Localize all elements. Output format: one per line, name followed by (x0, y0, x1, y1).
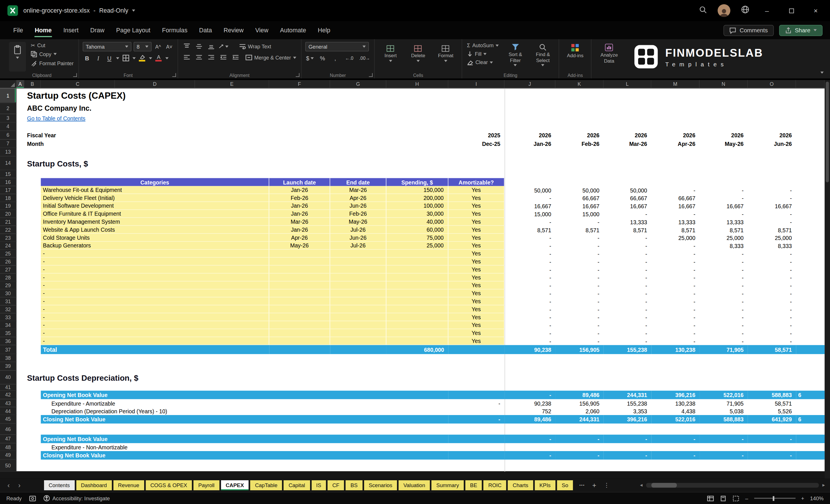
ribbon-tab[interactable]: Data (193, 22, 218, 38)
accessibility-status[interactable]: Accessibility: Investigate (43, 495, 110, 501)
sheet-tab[interactable]: Revenue (113, 480, 144, 490)
month-value-cell[interactable]: 16,667 (748, 202, 796, 210)
dep-value-cell[interactable]: - (448, 399, 505, 407)
month-value-cell[interactable]: - (505, 329, 555, 337)
month-value-cell[interactable]: - (604, 242, 651, 250)
cut-button[interactable]: ✂ Cut (30, 42, 75, 49)
dep-label-cell[interactable]: Closing Net Book Value (41, 415, 448, 423)
end-date-cell[interactable]: Jul-26 (330, 242, 386, 250)
dep-value-cell[interactable]: 522,016 (700, 391, 748, 399)
column-header[interactable]: B (24, 80, 41, 88)
chevron-down-icon[interactable] (132, 57, 135, 59)
bold-button[interactable]: B (83, 54, 92, 63)
dep-value-cell[interactable] (448, 391, 505, 399)
table-header-cell[interactable]: End date (330, 178, 386, 186)
month-value-cell[interactable]: - (700, 337, 748, 345)
ribbon-tab[interactable]: Review (218, 22, 249, 38)
align-middle-button[interactable] (194, 42, 204, 51)
month-value-cell[interactable]: - (555, 265, 604, 274)
month-value-cell[interactable]: 8,571 (555, 226, 604, 234)
launch-date-cell[interactable] (269, 321, 330, 329)
month-value[interactable]: Apr-26 (651, 139, 700, 148)
dep-value-cell[interactable]: 588,883 (700, 415, 748, 423)
month-value-cell[interactable]: - (505, 274, 555, 281)
dep-value-cell[interactable]: - (505, 435, 555, 443)
month-value-cell[interactable]: 25,000 (700, 234, 748, 242)
row-header[interactable]: 3 (0, 114, 16, 122)
month-value[interactable]: Jan-26 (505, 139, 555, 148)
end-date-cell[interactable] (330, 337, 386, 345)
month-value-cell[interactable]: 66,667 (651, 194, 700, 202)
row-header[interactable]: 21 (0, 218, 16, 226)
month-value-cell[interactable]: - (604, 305, 651, 313)
spending-cell[interactable]: 75,000 (386, 234, 448, 242)
category-cell[interactable]: Inventory Management System (41, 218, 269, 226)
month-value-cell[interactable]: 16,667 (555, 202, 604, 210)
spending-cell[interactable] (386, 329, 448, 337)
launch-date-cell[interactable]: Jan-26 (269, 202, 330, 210)
launch-date-cell[interactable] (269, 289, 330, 297)
select-all-corner[interactable] (0, 80, 16, 88)
category-cell[interactable]: Cold Storage Units (41, 234, 269, 242)
month-value-cell[interactable]: - (505, 242, 555, 250)
month-value-cell[interactable]: - (700, 250, 748, 258)
scrollbar-thumb[interactable] (826, 82, 829, 182)
launch-date-cell[interactable] (269, 258, 330, 266)
month-value-cell[interactable]: - (651, 186, 700, 194)
dialog-launcher-icon[interactable] (172, 73, 176, 77)
dep-value-cell[interactable]: - (448, 415, 505, 423)
amortizable-cell[interactable]: Yes (448, 274, 505, 281)
total-spending-cell[interactable]: 680,000 (386, 345, 448, 354)
sheet-tab[interactable]: COGS & OPEX (146, 480, 192, 490)
fiscal-year-value[interactable]: 2026 (555, 131, 604, 139)
category-cell[interactable]: - (41, 297, 269, 306)
dep-value-cell[interactable]: 89,486 (505, 415, 555, 423)
delete-cells-button[interactable]: Delete (406, 43, 430, 71)
comments-button[interactable]: Comments (724, 25, 774, 36)
column-header[interactable]: M (651, 80, 700, 88)
italic-button[interactable]: I (94, 54, 103, 63)
insert-cells-button[interactable]: Insert (378, 43, 403, 71)
fill-color-button[interactable] (137, 54, 147, 63)
end-date-cell[interactable]: Jun-26 (330, 234, 386, 242)
row-header[interactable]: 13 (0, 148, 16, 156)
month-value[interactable]: Mar-26 (604, 139, 651, 148)
month-value-cell[interactable]: - (748, 265, 796, 274)
dep-value-cell[interactable]: 5,038 (700, 407, 748, 415)
month-value-cell[interactable]: - (505, 218, 555, 226)
month-value-cell[interactable]: 8,571 (505, 226, 555, 234)
category-cell[interactable]: - (41, 258, 269, 266)
month-value-cell[interactable]: - (700, 297, 748, 306)
end-date-cell[interactable] (330, 274, 386, 281)
number-format-select[interactable]: General (305, 42, 369, 51)
month-value-cell[interactable]: - (651, 329, 700, 337)
column-header[interactable]: H (386, 80, 448, 88)
globe-icon[interactable] (741, 5, 749, 16)
sheet-options-button[interactable]: ⋮ (601, 482, 612, 489)
sheet-tab[interactable]: BS (346, 480, 362, 490)
amortizable-cell[interactable]: Yes (448, 313, 505, 321)
spending-cell[interactable]: 100,000 (386, 202, 448, 210)
month-value-cell[interactable]: - (555, 337, 604, 345)
dep-value-cell[interactable]: 752 (505, 407, 555, 415)
align-right-button[interactable] (206, 53, 216, 62)
launch-date-cell[interactable]: Mar-26 (269, 218, 330, 226)
month-value-cell[interactable]: - (555, 313, 604, 321)
amortizable-cell[interactable]: Yes (448, 186, 505, 194)
row-header[interactable]: 33 (0, 313, 16, 321)
row-header[interactable]: 24 (0, 242, 16, 250)
paste-button[interactable] (9, 42, 26, 71)
month-value[interactable]: Jun-26 (748, 139, 796, 148)
month-value-cell[interactable]: - (748, 258, 796, 266)
launch-date-cell[interactable] (269, 250, 330, 258)
dep-label-cell[interactable]: Expenditure - Amortizable (41, 399, 448, 407)
amortizable-cell[interactable]: Yes (448, 305, 505, 313)
collapse-ribbon-button[interactable] (821, 66, 824, 76)
month-value-cell[interactable]: 8,571 (748, 226, 796, 234)
month-value-cell[interactable]: - (604, 313, 651, 321)
end-date-cell[interactable] (330, 258, 386, 266)
month-value-cell[interactable]: - (748, 210, 796, 218)
month-value-cell[interactable]: 66,667 (555, 194, 604, 202)
row-header[interactable]: 4 (0, 122, 16, 131)
increase-decimal-button[interactable]: ←.0 (344, 54, 355, 63)
